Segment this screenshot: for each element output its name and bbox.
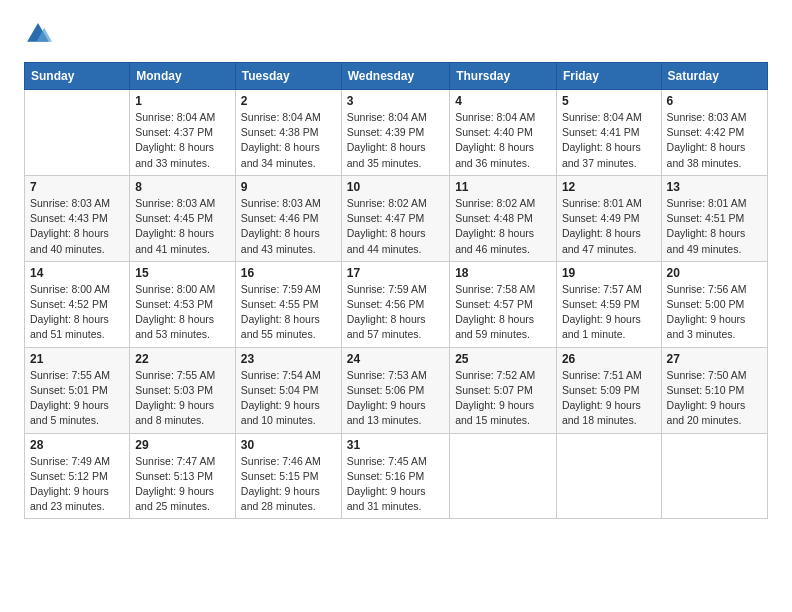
day-cell: 12Sunrise: 8:01 AM Sunset: 4:49 PM Dayli…	[556, 175, 661, 261]
day-info: Sunrise: 7:53 AM Sunset: 5:06 PM Dayligh…	[347, 368, 444, 429]
day-number: 8	[135, 180, 230, 194]
day-number: 19	[562, 266, 656, 280]
day-cell: 15Sunrise: 8:00 AM Sunset: 4:53 PM Dayli…	[130, 261, 236, 347]
weekday-header-saturday: Saturday	[661, 63, 767, 90]
day-info: Sunrise: 7:56 AM Sunset: 5:00 PM Dayligh…	[667, 282, 762, 343]
day-number: 26	[562, 352, 656, 366]
day-info: Sunrise: 8:03 AM Sunset: 4:46 PM Dayligh…	[241, 196, 336, 257]
day-cell: 2Sunrise: 8:04 AM Sunset: 4:38 PM Daylig…	[235, 90, 341, 176]
day-cell: 10Sunrise: 8:02 AM Sunset: 4:47 PM Dayli…	[341, 175, 449, 261]
day-info: Sunrise: 8:04 AM Sunset: 4:39 PM Dayligh…	[347, 110, 444, 171]
day-cell: 3Sunrise: 8:04 AM Sunset: 4:39 PM Daylig…	[341, 90, 449, 176]
day-info: Sunrise: 8:03 AM Sunset: 4:45 PM Dayligh…	[135, 196, 230, 257]
day-cell: 17Sunrise: 7:59 AM Sunset: 4:56 PM Dayli…	[341, 261, 449, 347]
day-info: Sunrise: 8:02 AM Sunset: 4:47 PM Dayligh…	[347, 196, 444, 257]
day-cell: 1Sunrise: 8:04 AM Sunset: 4:37 PM Daylig…	[130, 90, 236, 176]
day-cell: 8Sunrise: 8:03 AM Sunset: 4:45 PM Daylig…	[130, 175, 236, 261]
day-number: 17	[347, 266, 444, 280]
day-cell: 23Sunrise: 7:54 AM Sunset: 5:04 PM Dayli…	[235, 347, 341, 433]
day-cell: 28Sunrise: 7:49 AM Sunset: 5:12 PM Dayli…	[25, 433, 130, 519]
day-cell: 25Sunrise: 7:52 AM Sunset: 5:07 PM Dayli…	[450, 347, 557, 433]
day-info: Sunrise: 8:03 AM Sunset: 4:42 PM Dayligh…	[667, 110, 762, 171]
day-info: Sunrise: 7:57 AM Sunset: 4:59 PM Dayligh…	[562, 282, 656, 343]
day-info: Sunrise: 8:03 AM Sunset: 4:43 PM Dayligh…	[30, 196, 124, 257]
day-number: 16	[241, 266, 336, 280]
day-number: 11	[455, 180, 551, 194]
day-info: Sunrise: 7:50 AM Sunset: 5:10 PM Dayligh…	[667, 368, 762, 429]
day-cell: 27Sunrise: 7:50 AM Sunset: 5:10 PM Dayli…	[661, 347, 767, 433]
day-info: Sunrise: 7:55 AM Sunset: 5:03 PM Dayligh…	[135, 368, 230, 429]
day-info: Sunrise: 8:01 AM Sunset: 4:49 PM Dayligh…	[562, 196, 656, 257]
day-number: 18	[455, 266, 551, 280]
day-number: 28	[30, 438, 124, 452]
logo-icon	[24, 20, 52, 48]
day-number: 27	[667, 352, 762, 366]
day-info: Sunrise: 7:45 AM Sunset: 5:16 PM Dayligh…	[347, 454, 444, 515]
day-number: 14	[30, 266, 124, 280]
day-info: Sunrise: 7:51 AM Sunset: 5:09 PM Dayligh…	[562, 368, 656, 429]
weekday-header-monday: Monday	[130, 63, 236, 90]
day-number: 5	[562, 94, 656, 108]
week-row-5: 28Sunrise: 7:49 AM Sunset: 5:12 PM Dayli…	[25, 433, 768, 519]
day-cell: 24Sunrise: 7:53 AM Sunset: 5:06 PM Dayli…	[341, 347, 449, 433]
day-cell	[25, 90, 130, 176]
day-info: Sunrise: 8:04 AM Sunset: 4:38 PM Dayligh…	[241, 110, 336, 171]
logo	[24, 20, 56, 48]
day-cell: 6Sunrise: 8:03 AM Sunset: 4:42 PM Daylig…	[661, 90, 767, 176]
day-cell: 20Sunrise: 7:56 AM Sunset: 5:00 PM Dayli…	[661, 261, 767, 347]
day-info: Sunrise: 8:04 AM Sunset: 4:37 PM Dayligh…	[135, 110, 230, 171]
day-cell	[661, 433, 767, 519]
day-cell: 16Sunrise: 7:59 AM Sunset: 4:55 PM Dayli…	[235, 261, 341, 347]
day-info: Sunrise: 8:04 AM Sunset: 4:40 PM Dayligh…	[455, 110, 551, 171]
weekday-header-friday: Friday	[556, 63, 661, 90]
week-row-2: 7Sunrise: 8:03 AM Sunset: 4:43 PM Daylig…	[25, 175, 768, 261]
day-number: 2	[241, 94, 336, 108]
day-cell: 4Sunrise: 8:04 AM Sunset: 4:40 PM Daylig…	[450, 90, 557, 176]
day-number: 7	[30, 180, 124, 194]
day-number: 10	[347, 180, 444, 194]
day-info: Sunrise: 7:59 AM Sunset: 4:56 PM Dayligh…	[347, 282, 444, 343]
day-number: 15	[135, 266, 230, 280]
day-number: 20	[667, 266, 762, 280]
day-info: Sunrise: 7:47 AM Sunset: 5:13 PM Dayligh…	[135, 454, 230, 515]
day-info: Sunrise: 8:04 AM Sunset: 4:41 PM Dayligh…	[562, 110, 656, 171]
day-cell: 31Sunrise: 7:45 AM Sunset: 5:16 PM Dayli…	[341, 433, 449, 519]
day-number: 1	[135, 94, 230, 108]
day-info: Sunrise: 7:55 AM Sunset: 5:01 PM Dayligh…	[30, 368, 124, 429]
day-number: 24	[347, 352, 444, 366]
day-number: 23	[241, 352, 336, 366]
day-info: Sunrise: 8:01 AM Sunset: 4:51 PM Dayligh…	[667, 196, 762, 257]
day-cell: 30Sunrise: 7:46 AM Sunset: 5:15 PM Dayli…	[235, 433, 341, 519]
header	[24, 20, 768, 48]
day-number: 3	[347, 94, 444, 108]
day-info: Sunrise: 7:52 AM Sunset: 5:07 PM Dayligh…	[455, 368, 551, 429]
day-cell: 11Sunrise: 8:02 AM Sunset: 4:48 PM Dayli…	[450, 175, 557, 261]
day-info: Sunrise: 7:59 AM Sunset: 4:55 PM Dayligh…	[241, 282, 336, 343]
day-info: Sunrise: 7:46 AM Sunset: 5:15 PM Dayligh…	[241, 454, 336, 515]
day-number: 31	[347, 438, 444, 452]
day-number: 12	[562, 180, 656, 194]
calendar-table: SundayMondayTuesdayWednesdayThursdayFrid…	[24, 62, 768, 519]
day-cell: 26Sunrise: 7:51 AM Sunset: 5:09 PM Dayli…	[556, 347, 661, 433]
day-number: 4	[455, 94, 551, 108]
day-cell: 21Sunrise: 7:55 AM Sunset: 5:01 PM Dayli…	[25, 347, 130, 433]
day-number: 22	[135, 352, 230, 366]
day-cell: 9Sunrise: 8:03 AM Sunset: 4:46 PM Daylig…	[235, 175, 341, 261]
week-row-4: 21Sunrise: 7:55 AM Sunset: 5:01 PM Dayli…	[25, 347, 768, 433]
week-row-3: 14Sunrise: 8:00 AM Sunset: 4:52 PM Dayli…	[25, 261, 768, 347]
day-cell: 18Sunrise: 7:58 AM Sunset: 4:57 PM Dayli…	[450, 261, 557, 347]
day-cell: 13Sunrise: 8:01 AM Sunset: 4:51 PM Dayli…	[661, 175, 767, 261]
weekday-header-tuesday: Tuesday	[235, 63, 341, 90]
calendar-page: SundayMondayTuesdayWednesdayThursdayFrid…	[0, 0, 792, 612]
day-number: 6	[667, 94, 762, 108]
day-cell	[450, 433, 557, 519]
day-cell: 19Sunrise: 7:57 AM Sunset: 4:59 PM Dayli…	[556, 261, 661, 347]
week-row-1: 1Sunrise: 8:04 AM Sunset: 4:37 PM Daylig…	[25, 90, 768, 176]
day-number: 25	[455, 352, 551, 366]
day-info: Sunrise: 7:58 AM Sunset: 4:57 PM Dayligh…	[455, 282, 551, 343]
day-cell: 22Sunrise: 7:55 AM Sunset: 5:03 PM Dayli…	[130, 347, 236, 433]
day-info: Sunrise: 7:54 AM Sunset: 5:04 PM Dayligh…	[241, 368, 336, 429]
weekday-header-thursday: Thursday	[450, 63, 557, 90]
weekday-header-sunday: Sunday	[25, 63, 130, 90]
weekday-header-wednesday: Wednesday	[341, 63, 449, 90]
